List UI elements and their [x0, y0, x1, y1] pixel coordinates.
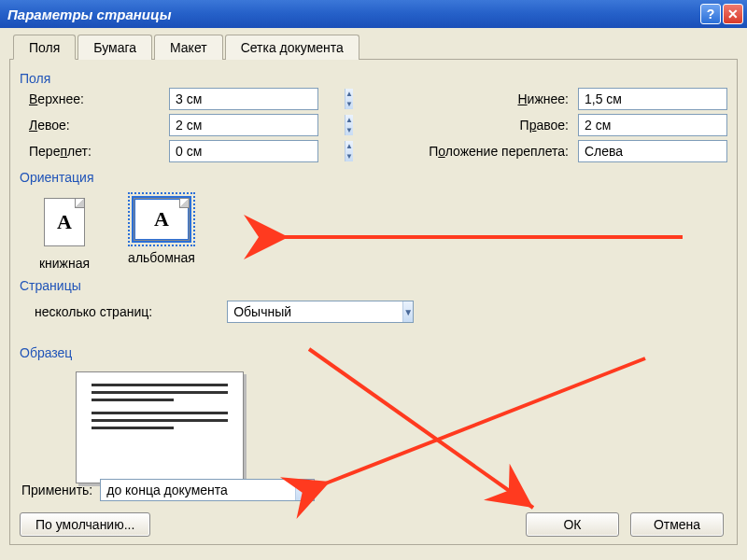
spin-up-icon[interactable]: ▲ — [345, 141, 353, 151]
label-multiple-pages: несколько страниц: — [35, 304, 152, 319]
window-title: Параметры страницы — [7, 7, 700, 22]
label-gutter: Переплет: — [29, 144, 160, 159]
preview-page — [76, 371, 244, 483]
orientation-landscape[interactable]: A альбомная — [128, 192, 195, 265]
label-left-margin: Левое: — [29, 118, 160, 133]
spin-down-icon[interactable]: ▼ — [345, 151, 353, 161]
combo-multiple-pages[interactable]: ▼ — [227, 301, 414, 323]
tab-grid[interactable]: Сетка документа — [225, 35, 359, 60]
group-label-margins: Поля — [20, 71, 727, 86]
close-button[interactable]: ✕ — [723, 4, 743, 24]
label-apply: Применить: — [21, 483, 92, 497]
orientation-portrait-label: книжная — [39, 256, 90, 271]
default-button[interactable]: По умолчанию... — [20, 512, 150, 537]
tabpage-fields: Поля Верхнее: ▲▼ Нижнее: ▲▼ Левое: ▲▼ Пр… — [9, 60, 738, 545]
input-gutter[interactable]: ▲▼ — [169, 140, 318, 162]
combo-gutter-pos[interactable]: ▼ — [578, 140, 727, 162]
chevron-down-icon[interactable]: ▼ — [295, 480, 314, 500]
tab-fields[interactable]: Поля — [13, 35, 76, 60]
input-bottom-margin[interactable]: ▲▼ — [578, 88, 727, 110]
group-label-preview: Образец — [20, 345, 727, 360]
combo-apply[interactable]: ▼ — [100, 479, 315, 501]
chevron-down-icon[interactable]: ▼ — [402, 301, 413, 322]
input-left-margin[interactable]: ▲▼ — [169, 114, 318, 136]
orientation-portrait[interactable]: A книжная — [38, 192, 91, 271]
group-label-orientation: Ориентация — [20, 170, 727, 185]
titlebar: Параметры страницы ? ✕ — [0, 0, 747, 28]
portrait-icon: A — [44, 198, 85, 246]
orientation-landscape-label: альбомная — [128, 250, 195, 265]
cancel-button[interactable]: Отмена — [630, 512, 724, 537]
tab-layout[interactable]: Макет — [154, 35, 223, 60]
label-gutter-pos: Положение переплета: — [382, 144, 569, 159]
tab-paper[interactable]: Бумага — [78, 35, 152, 60]
spin-down-icon[interactable]: ▼ — [345, 125, 353, 135]
spin-up-icon[interactable]: ▲ — [345, 115, 353, 125]
spin-down-icon[interactable]: ▼ — [345, 99, 353, 109]
landscape-icon: A — [134, 198, 190, 241]
input-top-margin[interactable]: ▲▼ — [169, 88, 318, 110]
label-bottom-margin: Нижнее: — [475, 91, 569, 106]
spin-up-icon[interactable]: ▲ — [345, 89, 353, 99]
help-button[interactable]: ? — [700, 4, 721, 24]
label-top-margin: Верхнее: — [29, 91, 160, 106]
tabstrip: Поля Бумага Макет Сетка документа — [9, 34, 738, 60]
ok-button[interactable]: ОК — [526, 512, 619, 537]
input-right-margin[interactable]: ▲▼ — [578, 114, 727, 136]
label-right-margin: Правое: — [475, 118, 569, 133]
group-label-pages: Страницы — [20, 278, 727, 293]
